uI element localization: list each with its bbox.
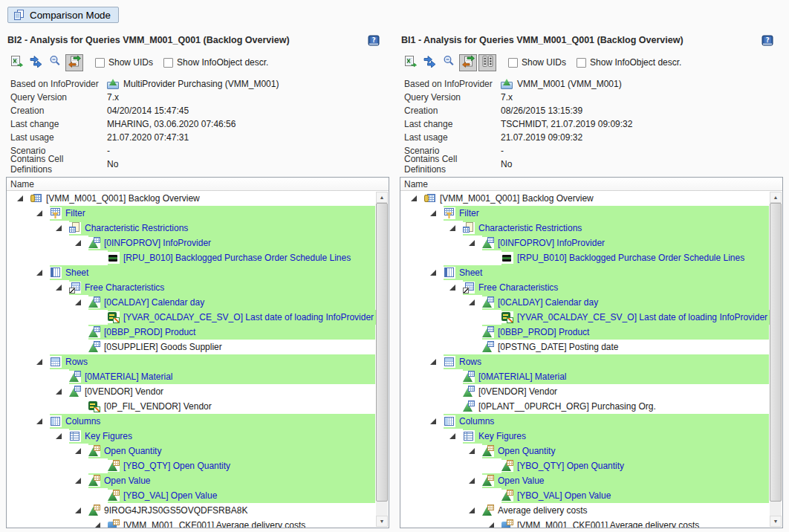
tree-item[interactable]: Key Figures <box>400 429 769 444</box>
tree-item[interactable]: [0BBP_PROD] Product <box>400 325 769 340</box>
help-icon[interactable]: ? <box>368 34 380 47</box>
tree-item[interactable]: Filter <box>7 206 375 221</box>
expanded-triangle-icon[interactable] <box>469 240 475 246</box>
tree-item[interactable]: Key Figures <box>7 429 375 444</box>
expanded-triangle-icon[interactable] <box>488 522 494 528</box>
expanded-triangle-icon[interactable] <box>430 270 436 276</box>
expanded-triangle-icon[interactable] <box>469 478 475 484</box>
tree-item[interactable]: Columns <box>400 414 769 429</box>
tree-item[interactable]: Characteristic Restrictions <box>7 221 375 236</box>
tree-item[interactable]: [0MATERIAL] Material <box>7 369 375 384</box>
tree-column-header[interactable]: Name <box>7 178 389 191</box>
tree-item[interactable]: [YBO_VAL] Open Value <box>400 488 769 503</box>
tree-item[interactable]: [VMM_M001_CKF001] Average delivery costs <box>400 518 769 528</box>
tree-item[interactable]: Open Value <box>7 473 375 488</box>
layout-grid-button[interactable] <box>478 54 496 71</box>
tree-item[interactable]: [YBO_QTY] Open Quantity <box>7 458 375 473</box>
tree-item[interactable]: [0P_FIL_VENDOR] Vendor <box>7 399 375 414</box>
expanded-triangle-icon[interactable] <box>36 418 42 424</box>
export-excel-button[interactable] <box>401 54 419 71</box>
expanded-triangle-icon[interactable] <box>469 448 475 454</box>
expanded-triangle-icon[interactable] <box>430 359 436 365</box>
tree-item[interactable]: Free Characteristics <box>400 280 769 295</box>
tree-item[interactable]: [0VENDOR] Vendor <box>7 384 375 399</box>
tree-item[interactable]: [0PLANT__0PURCH_ORG] Purchasing Org. <box>400 399 769 414</box>
tree-item[interactable]: [YBO_VAL] Open Value <box>7 488 375 503</box>
expanded-triangle-icon[interactable] <box>430 418 436 424</box>
tree-item[interactable]: [RPU_B010] Backlogged Purchase Order Sch… <box>7 250 375 265</box>
show-infoobject-checkbox[interactable] <box>577 58 586 68</box>
comparison-mode-button[interactable]: Comparison Mode <box>7 7 119 23</box>
expanded-triangle-icon[interactable] <box>36 210 42 216</box>
help-icon[interactable]: ? <box>762 34 774 47</box>
tree-item[interactable]: Filter <box>400 206 769 221</box>
tree-item[interactable]: [0VENDOR] Vendor <box>400 384 769 399</box>
tree-item[interactable]: [0INFOPROV] InfoProvider <box>7 236 375 250</box>
expanded-triangle-icon[interactable] <box>36 270 42 276</box>
expanded-triangle-icon[interactable] <box>94 522 100 528</box>
tree-item[interactable]: 9IROG4JRJS0GS5OVQDFSRBA8K <box>7 503 375 518</box>
tree-item[interactable]: [0CALDAY] Calendar day <box>7 295 375 310</box>
tree-item[interactable]: Sheet <box>400 265 769 280</box>
tree-item[interactable]: Columns <box>7 414 375 429</box>
expanded-triangle-icon[interactable] <box>75 240 81 246</box>
expanded-triangle-icon[interactable] <box>17 195 23 201</box>
expanded-triangle-icon[interactable] <box>75 507 81 513</box>
transfer-button[interactable] <box>421 54 438 71</box>
expanded-triangle-icon[interactable] <box>449 433 455 439</box>
scroll-up-button[interactable]: ▲ <box>376 192 388 203</box>
expanded-triangle-icon[interactable] <box>430 210 436 216</box>
vertical-scrollbar[interactable]: ▲ ▼ <box>770 192 782 527</box>
expanded-triangle-icon[interactable] <box>56 389 62 395</box>
tree-item[interactable]: Sheet <box>7 265 375 280</box>
tree-item[interactable]: [YVAR_0CALDAY_CE_SV_O] Last date of load… <box>7 310 375 325</box>
compare-transfer-button[interactable] <box>65 54 83 71</box>
tree-item[interactable]: Characteristic Restrictions <box>400 221 769 236</box>
tree-item[interactable]: [VMM_M001_Q001] Backlog Overview <box>400 191 769 206</box>
expanded-triangle-icon[interactable] <box>469 299 475 305</box>
tree-item[interactable]: [VMM_M001_Q001] Backlog Overview <box>7 191 375 206</box>
tree-item[interactable]: [0PSTNG_DATE] Posting date <box>400 340 769 354</box>
scroll-up-button[interactable]: ▲ <box>770 192 782 203</box>
tree-item[interactable]: [0BBP_PROD] Product <box>7 325 375 340</box>
expanded-triangle-icon[interactable] <box>75 448 81 454</box>
tree-item[interactable]: [RPU_B010] Backlogged Purchase Order Sch… <box>400 250 769 265</box>
compare-transfer-button[interactable] <box>459 54 477 71</box>
expanded-triangle-icon[interactable] <box>36 359 42 365</box>
zoom-button[interactable] <box>440 54 458 71</box>
expanded-triangle-icon[interactable] <box>411 195 417 201</box>
zoom-button[interactable] <box>46 54 64 71</box>
expanded-triangle-icon[interactable] <box>75 478 81 484</box>
tree-item[interactable]: Rows <box>7 354 375 369</box>
scroll-down-button[interactable]: ▼ <box>376 516 388 527</box>
show-uids-checkbox[interactable] <box>95 58 105 68</box>
tree-item[interactable]: [0CALDAY] Calendar day <box>400 295 769 310</box>
tree-item[interactable]: Open Value <box>400 473 769 488</box>
tree-item[interactable]: [VMM_M001_CKF001] Average delivery costs <box>7 518 375 528</box>
tree-item[interactable]: [0SUPPLIER] Goods Supplier <box>7 340 375 354</box>
scroll-thumb[interactable] <box>770 203 782 502</box>
tree-item[interactable]: Rows <box>400 354 769 369</box>
tree-item[interactable]: [YVAR_0CALDAY_CE_SV_O] Last date of load… <box>400 310 769 325</box>
show-infoobject-checkbox[interactable] <box>163 58 173 68</box>
transfer-button[interactable] <box>27 54 45 71</box>
expanded-triangle-icon[interactable] <box>449 285 455 291</box>
expanded-triangle-icon[interactable] <box>56 285 62 291</box>
tree-column-header[interactable]: Name <box>400 178 782 191</box>
tree-item[interactable]: Free Characteristics <box>7 280 375 295</box>
expanded-triangle-icon[interactable] <box>56 225 62 231</box>
tree-item[interactable]: Open Quantity <box>400 444 769 458</box>
expanded-triangle-icon[interactable] <box>56 433 62 439</box>
tree-item[interactable]: Average delivery costs <box>400 503 769 518</box>
expanded-triangle-icon[interactable] <box>469 507 475 513</box>
tree-item[interactable]: [YBO_QTY] Open Quantity <box>400 458 769 473</box>
tree-item[interactable]: Open Quantity <box>7 444 375 458</box>
vertical-scrollbar[interactable]: ▲ ▼ <box>376 192 388 527</box>
scroll-thumb[interactable] <box>376 203 388 502</box>
export-excel-button[interactable] <box>7 54 25 71</box>
show-uids-checkbox[interactable] <box>508 58 518 68</box>
expanded-triangle-icon[interactable] <box>75 299 81 305</box>
tree-item[interactable]: [0MATERIAL] Material <box>400 369 769 384</box>
scroll-down-button[interactable]: ▼ <box>770 516 782 527</box>
tree-item[interactable]: [0INFOPROV] InfoProvider <box>400 236 769 250</box>
